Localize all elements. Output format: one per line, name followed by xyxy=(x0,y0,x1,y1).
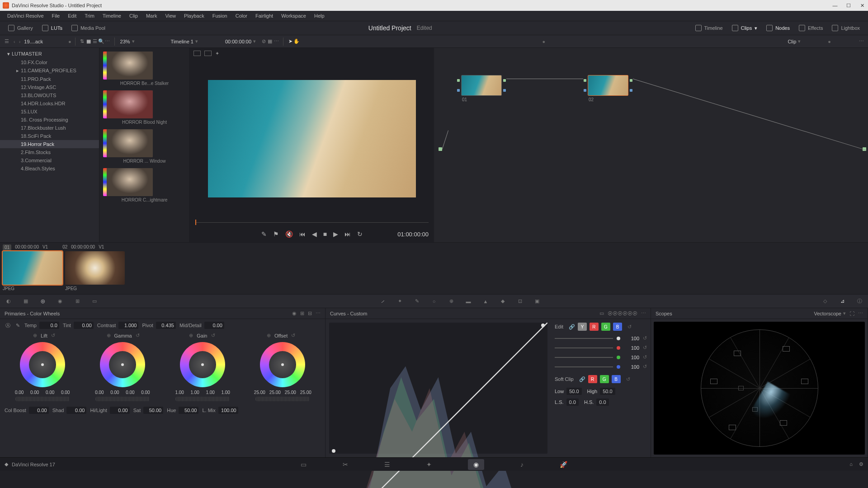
adj-sat-input[interactable]: 50.00 xyxy=(143,407,163,414)
fairlight-page-icon[interactable]: ♪ xyxy=(520,461,524,468)
mute-icon[interactable]: 🔇 xyxy=(285,230,293,238)
menu-trim[interactable]: Trim xyxy=(81,12,98,19)
info-icon[interactable]: ⓘ xyxy=(855,297,863,305)
list-view-icon[interactable]: ☰ xyxy=(92,38,98,45)
ch-r-button[interactable]: R xyxy=(590,323,599,331)
tree-item[interactable]: 11.PRO.Pack xyxy=(0,75,99,83)
hand-icon[interactable]: ✋ xyxy=(293,38,300,45)
wheel-lift[interactable]: 0.000.000.000.00 xyxy=(5,342,80,401)
flag-icon[interactable]: ⚑ xyxy=(273,230,279,238)
wheel-picker-icon[interactable]: ⊕ xyxy=(189,333,193,338)
curves-more-icon[interactable]: ⋯ xyxy=(641,310,646,316)
temp-input[interactable]: 0.0 xyxy=(39,322,59,329)
tree-item[interactable]: ▸11.CAMERA_PROFILES xyxy=(0,66,99,75)
menu-timeline[interactable]: Timeline xyxy=(99,12,125,19)
picker-icon[interactable]: ✎ xyxy=(14,322,21,328)
curve-intensity-slider[interactable]: 100↺ xyxy=(555,364,647,370)
menu-fairlight[interactable]: Fairlight xyxy=(252,12,277,19)
curve-intensity-slider[interactable]: 100↺ xyxy=(555,354,647,360)
node-01[interactable]: 01 xyxy=(461,75,502,102)
wand-icon[interactable]: ✦ xyxy=(215,51,219,56)
tree-item[interactable]: 16. Cross Processing xyxy=(0,116,99,124)
wheels-icon[interactable]: ◎ xyxy=(39,297,47,305)
lut-item[interactable]: HORROR Be...e Stalker xyxy=(103,52,186,86)
adj-shad-input[interactable]: 0.00 xyxy=(66,407,86,414)
mode-selector[interactable]: Clip xyxy=(788,39,796,44)
warper-icon[interactable]: ✦ xyxy=(396,297,404,305)
keyframe-icon[interactable]: ◇ xyxy=(821,297,829,305)
lut-item[interactable]: HORROR C...ightmare xyxy=(103,168,186,202)
tracker-icon[interactable]: ⊕ xyxy=(447,297,455,305)
primaries-mode2-icon[interactable]: ⊞ xyxy=(300,310,304,316)
next-clip-button[interactable]: ⏭ xyxy=(344,230,351,238)
curve-editor[interactable] xyxy=(329,323,547,454)
scope-type-selector[interactable]: Vectorscope xyxy=(814,311,841,316)
viewer-image[interactable] xyxy=(208,80,416,197)
sizing-icon[interactable]: ⊡ xyxy=(516,297,524,305)
gallery-button[interactable]: Gallery xyxy=(4,23,38,33)
tint-input[interactable]: 0.00 xyxy=(74,322,94,329)
scrub-bar[interactable] xyxy=(195,219,429,226)
ch-b-button[interactable]: B xyxy=(613,323,622,331)
scope-expand-icon[interactable]: ⛶ xyxy=(849,311,854,316)
adj-colboost-input[interactable]: 0.00 xyxy=(29,407,49,414)
tree-item[interactable]: 19.Horror Pack xyxy=(0,140,99,148)
settings-icon[interactable]: ⚙ xyxy=(859,461,863,467)
menu-davinciresolve[interactable]: DaVinci Resolve xyxy=(4,12,47,19)
menu-playback[interactable]: Playback xyxy=(180,12,208,19)
tree-root[interactable]: ▾LUTMASTER xyxy=(0,50,99,58)
adj-hue-input[interactable]: 50.00 xyxy=(179,407,198,414)
play-button[interactable]: ▶ xyxy=(333,230,338,238)
timeline-button[interactable]: Timeline xyxy=(691,23,727,33)
clip-02[interactable]: JPEG xyxy=(65,251,125,291)
pivot-input[interactable]: 0.435 xyxy=(156,322,176,329)
menu-help[interactable]: Help xyxy=(311,12,328,19)
primaries-more-icon[interactable]: ⋯ xyxy=(316,310,321,316)
wheel-offset[interactable]: 25.0025.0025.0025.00 xyxy=(245,342,321,401)
lut-item[interactable]: HORROR ... Window xyxy=(103,129,186,164)
grid-icon[interactable]: ▦ xyxy=(267,38,273,45)
search-icon[interactable]: 🔍 xyxy=(98,38,104,45)
window-icon[interactable]: ○ xyxy=(430,297,438,305)
middetail-input[interactable]: 0.00 xyxy=(204,322,224,329)
wheel-reset-icon[interactable]: ↺ xyxy=(211,333,215,338)
blur-icon[interactable]: ▲ xyxy=(481,297,490,305)
menu-view[interactable]: View xyxy=(161,12,179,19)
deliver-page-icon[interactable]: 🚀 xyxy=(560,461,567,468)
marker-icon[interactable]: ✎ xyxy=(261,230,267,238)
wheel-reset-icon[interactable]: ↺ xyxy=(51,333,55,338)
qualifier-icon[interactable]: ✎ xyxy=(413,297,421,305)
wheel-gain[interactable]: 1.001.001.001.00 xyxy=(165,342,241,401)
clips-button[interactable]: Clips ▾ xyxy=(727,23,762,33)
tree-item[interactable]: 15.LUX xyxy=(0,108,99,116)
adj-hilight-input[interactable]: 0.00 xyxy=(110,407,130,414)
node-02[interactable]: 02 xyxy=(588,75,628,102)
effects-button[interactable]: Effects xyxy=(794,23,827,33)
node-graph[interactable]: 01 02 xyxy=(434,48,868,242)
menu-mark[interactable]: Mark xyxy=(142,12,160,19)
curves-dots-icon[interactable]: ⦿⦿⦿⦿⦿⦿ xyxy=(608,311,637,316)
tree-item[interactable]: 14.HDR.Looks.HDR xyxy=(0,99,99,108)
stop-button[interactable]: ■ xyxy=(323,230,327,238)
softclip-high-input[interactable]: 50.0 xyxy=(600,388,615,395)
tree-item[interactable]: 13.BLOWOUTS xyxy=(0,91,99,99)
menu-clip[interactable]: Clip xyxy=(126,12,142,19)
menu-color[interactable]: Color xyxy=(232,12,251,19)
wheel-reset-icon[interactable]: ↺ xyxy=(136,333,140,338)
camera-raw-icon[interactable]: ◐ xyxy=(5,297,13,305)
nodes-button[interactable]: Nodes xyxy=(762,23,794,33)
wheel-reset-icon[interactable]: ↺ xyxy=(291,333,295,338)
view-rect1-icon[interactable] xyxy=(193,51,201,56)
expand-icon[interactable]: ☰ xyxy=(4,38,10,45)
softclip-link-icon[interactable]: 🔗 xyxy=(579,376,585,382)
edit-page-icon[interactable]: ☰ xyxy=(384,461,390,468)
maximize-button[interactable]: ☐ xyxy=(845,2,852,9)
timecode[interactable]: 00:00:00:00 xyxy=(225,39,251,44)
motion-icon[interactable]: ▭ xyxy=(90,297,99,305)
key-icon[interactable]: ◆ xyxy=(499,297,507,305)
nav-fwd-icon[interactable]: › xyxy=(19,39,21,44)
nav-back-icon[interactable]: ‹ xyxy=(14,39,15,44)
ch-reset-icon[interactable]: ↺ xyxy=(627,324,632,330)
softclip-hs-input[interactable]: 0.0 xyxy=(596,399,609,406)
ch-g-button[interactable]: G xyxy=(601,323,610,331)
